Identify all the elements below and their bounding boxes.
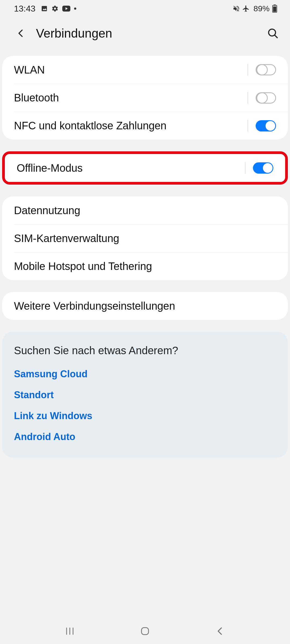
footer-card: Suchen Sie nach etwas Anderem? Samsung C…: [2, 332, 288, 458]
battery-icon: [272, 5, 277, 13]
row-sim[interactable]: SIM-Kartenverwaltung: [14, 224, 288, 252]
label-offline: Offline-Modus: [17, 162, 237, 174]
svg-rect-13: [142, 628, 148, 635]
search-button[interactable]: [265, 26, 280, 41]
label-data-usage: Datennutzung: [14, 204, 276, 217]
svg-line-9: [274, 35, 277, 38]
status-right: 89%: [233, 4, 277, 13]
nav-back-button[interactable]: [211, 623, 230, 639]
status-left: 13:43: [14, 4, 76, 14]
row-wlan[interactable]: WLAN: [2, 56, 288, 84]
page-title: Verbindungen: [36, 26, 265, 41]
status-time: 13:43: [14, 4, 35, 14]
card-more: Weitere Verbindungseinstellungen: [2, 292, 288, 320]
row-offline-mode[interactable]: Offline-Modus: [5, 154, 285, 182]
svg-rect-7: [273, 6, 276, 12]
back-button[interactable]: [13, 26, 28, 41]
label-bluetooth: Bluetooth: [14, 92, 240, 104]
svg-rect-0: [42, 6, 47, 11]
toggle-wlan[interactable]: [256, 64, 276, 75]
airplane-icon: [242, 5, 250, 12]
nav-home-button[interactable]: [136, 623, 154, 639]
nav-bar: [0, 618, 290, 644]
card-offline: Offline-Modus: [5, 154, 285, 182]
nav-recents-button[interactable]: [60, 623, 79, 639]
row-more-settings[interactable]: Weitere Verbindungseinstellungen: [2, 292, 288, 320]
picture-icon: [41, 5, 48, 12]
label-hotspot: Mobile Hotspot und Tethering: [14, 260, 276, 272]
toggle-offline[interactable]: [253, 162, 273, 174]
row-hotspot[interactable]: Mobile Hotspot und Tethering: [14, 252, 288, 280]
divider: [248, 64, 248, 76]
card-wireless: WLAN Bluetooth NFC und kontaktlose Zahlu…: [2, 56, 288, 140]
divider: [245, 162, 245, 174]
toggle-bluetooth[interactable]: [256, 92, 276, 104]
battery-percent-text: 89%: [253, 4, 270, 13]
highlight-offline-mode: Offline-Modus: [2, 151, 288, 185]
content-scroll[interactable]: WLAN Bluetooth NFC und kontaktlose Zahlu…: [0, 49, 290, 618]
dot-icon: [74, 8, 76, 10]
label-nfc: NFC und kontaktlose Zahlungen: [14, 120, 240, 132]
status-bar: 13:43 89%: [0, 0, 290, 17]
link-link-windows[interactable]: Link zu Windows: [14, 410, 276, 422]
row-nfc[interactable]: NFC und kontaktlose Zahlungen: [14, 112, 288, 140]
divider: [248, 92, 248, 104]
card-data: Datennutzung SIM-Kartenverwaltung Mobile…: [2, 196, 288, 280]
row-bluetooth[interactable]: Bluetooth: [14, 84, 288, 112]
gear-icon: [52, 5, 59, 12]
link-android-auto[interactable]: Android Auto: [14, 431, 276, 442]
label-more: Weitere Verbindungseinstellungen: [14, 300, 276, 312]
mute-icon: [233, 5, 240, 12]
row-data-usage[interactable]: Datennutzung: [2, 196, 288, 224]
svg-point-4: [74, 8, 76, 10]
label-sim: SIM-Kartenverwaltung: [14, 232, 276, 244]
label-wlan: WLAN: [14, 64, 240, 76]
link-samsung-cloud[interactable]: Samsung Cloud: [14, 368, 276, 380]
header: Verbindungen: [0, 17, 290, 49]
toggle-nfc[interactable]: [256, 120, 276, 131]
footer-title: Suchen Sie nach etwas Anderem?: [14, 345, 276, 357]
divider: [248, 120, 248, 132]
link-standort[interactable]: Standort: [14, 389, 276, 401]
youtube-icon: [62, 6, 70, 12]
